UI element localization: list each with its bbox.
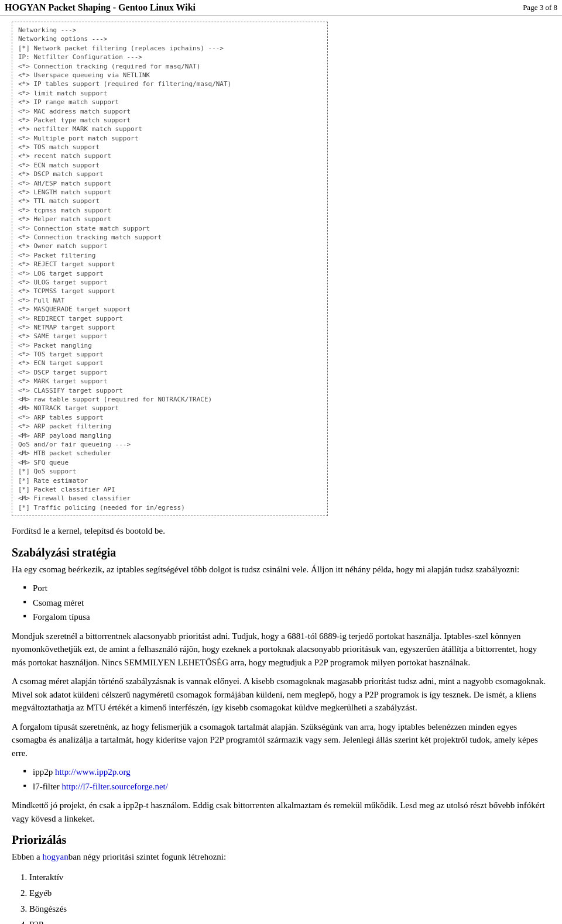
- external-link[interactable]: http://l7-filter.sourceforge.net/: [62, 782, 168, 791]
- code-line: <*> DSCP match support: [18, 170, 321, 178]
- code-block: Networking ---> Networking options ---> …: [12, 22, 328, 516]
- code-line: <*> Packet filtering: [18, 251, 321, 260]
- code-line: <*> Owner match support: [18, 242, 321, 250]
- code-line: <*> TOS match support: [18, 143, 321, 152]
- code-line: <*> TTL match support: [18, 197, 321, 205]
- code-line: <*> Helper match support: [18, 215, 321, 224]
- code-line: <M> NOTRACK target support: [18, 404, 321, 413]
- code-line: <*> Connection tracking (required for ma…: [18, 62, 321, 71]
- numbered-list: InteraktívEgyébBöngészésP2P: [29, 870, 550, 924]
- code-line: [*] Packet classifier API: [18, 485, 321, 494]
- code-line: IP: Netfilter Configuration --->: [18, 53, 321, 61]
- external-link[interactable]: http://www.ipp2p.org: [55, 767, 131, 777]
- code-line: <*> MAC address match support: [18, 107, 321, 116]
- code-line: <M> SFQ queue: [18, 458, 321, 467]
- code-line: [*] Network packet filtering (replaces i…: [18, 44, 321, 53]
- code-line: <*> limit match support: [18, 89, 321, 98]
- code-line: Networking options --->: [18, 35, 321, 43]
- code-line: Networking --->: [18, 26, 321, 35]
- list-item: Böngészés: [29, 901, 550, 917]
- code-line: <*> ULOG target support: [18, 278, 321, 287]
- code-line: <*> Packet type match support: [18, 116, 321, 125]
- section1-bullet-list: PortCsomag méretForgalom típusa: [23, 582, 550, 624]
- code-line: <*> ARP packet filtering: [18, 422, 321, 431]
- code-line: <*> IP tables support (required for filt…: [18, 80, 321, 88]
- code-line: <M> HTB packet scheduler: [18, 449, 321, 458]
- code-line: <*> MASQUERADE target support: [18, 305, 321, 314]
- code-line: <*> TCPMSS target support: [18, 287, 321, 296]
- code-line: <*> TOS target support: [18, 350, 321, 359]
- code-line: <*> LENGTH match support: [18, 188, 321, 197]
- page-indicator: Page 3 of 8: [523, 3, 557, 12]
- list-item: Interaktív: [29, 870, 550, 885]
- list-item: Forgalom típusa: [23, 610, 550, 624]
- code-line: <M> raw table support (required for NOTR…: [18, 395, 321, 404]
- code-line: <M> ARP payload mangling: [18, 431, 321, 440]
- section1-para2: Mondjuk szeretnél a bittorrentnek alacso…: [12, 630, 550, 669]
- section2-para1: Ebben a hogyanban négy prioritási szinte…: [12, 850, 550, 864]
- list-item: Csomag méret: [23, 596, 550, 610]
- code-line: <*> SAME target support: [18, 332, 321, 341]
- code-line: <*> DSCP target support: [18, 368, 321, 377]
- code-line: <*> ECN target support: [18, 359, 321, 367]
- code-line: QoS and/or fair queueing --->: [18, 440, 321, 449]
- code-line: <*> Userspace queueing via NETLINK: [18, 71, 321, 80]
- list-item: Port: [23, 582, 550, 595]
- page-header: HOGYAN Packet Shaping - Gentoo Linux Wik…: [0, 0, 562, 16]
- section1-para5: Mindkettő jó projekt, én csak a ipp2p-t …: [12, 799, 550, 825]
- code-line: <*> recent match support: [18, 152, 321, 160]
- intro-para: Fordítsd le a kernel, telepítsd és booto…: [12, 524, 550, 538]
- code-line: <*> CLASSIFY target support: [18, 386, 321, 395]
- code-line: <*> IP range match support: [18, 98, 321, 107]
- link-list: ipp2p http://www.ipp2p.orgl7-filter http…: [23, 765, 550, 793]
- code-line: <*> REDIRECT target support: [18, 314, 321, 323]
- section1-para4: A forgalom típusát szeretnénk, az hogy f…: [12, 720, 550, 760]
- section1-para1: Ha egy csomag beérkezik, az iptables seg…: [12, 563, 550, 576]
- code-line: <*> LOG target support: [18, 269, 321, 278]
- code-line: <*> AH/ESP match support: [18, 179, 321, 188]
- section2-para1-start: Ebben a: [12, 852, 42, 861]
- main-content: Networking ---> Networking options ---> …: [0, 16, 562, 924]
- list-item: P2P: [29, 917, 550, 924]
- code-line: <*> Packet mangling: [18, 341, 321, 350]
- section2-para1-after: ban négy prioritási szintet fogunk létre…: [68, 852, 227, 861]
- code-line: <*> Full NAT: [18, 296, 321, 305]
- page-title: HOGYAN Packet Shaping - Gentoo Linux Wik…: [5, 2, 196, 13]
- list-item: l7-filter http://l7-filter.sourceforge.n…: [23, 780, 550, 794]
- hogyan-link1[interactable]: hogyan: [42, 852, 68, 861]
- code-line: <*> ECN match support: [18, 161, 321, 170]
- code-line: [*] QoS support: [18, 467, 321, 476]
- code-line: [*] Traffic policing (needed for in/egre…: [18, 503, 321, 512]
- list-item: Egyéb: [29, 885, 550, 901]
- section1-para3: A csomag méret alapján történő szabályzá…: [12, 675, 550, 715]
- code-line: <*> ARP tables support: [18, 413, 321, 422]
- code-line: <*> Connection tracking match support: [18, 233, 321, 242]
- list-item: ipp2p http://www.ipp2p.org: [23, 765, 550, 779]
- code-line: <*> NETMAP target support: [18, 323, 321, 332]
- code-line: <*> MARK target support: [18, 377, 321, 386]
- code-line: <*> Multiple port match support: [18, 134, 321, 143]
- code-line: <*> REJECT target support: [18, 260, 321, 269]
- code-line: <*> tcpmss match support: [18, 206, 321, 215]
- code-line: <*> Connection state match support: [18, 224, 321, 233]
- section2-title: Priorizálás: [12, 833, 550, 847]
- code-line: [*] Rate estimator: [18, 476, 321, 485]
- code-line: <M> Firewall based classifier: [18, 494, 321, 503]
- section1-title: Szabályzási stratégia: [12, 546, 550, 559]
- code-line: <*> netfilter MARK match support: [18, 125, 321, 133]
